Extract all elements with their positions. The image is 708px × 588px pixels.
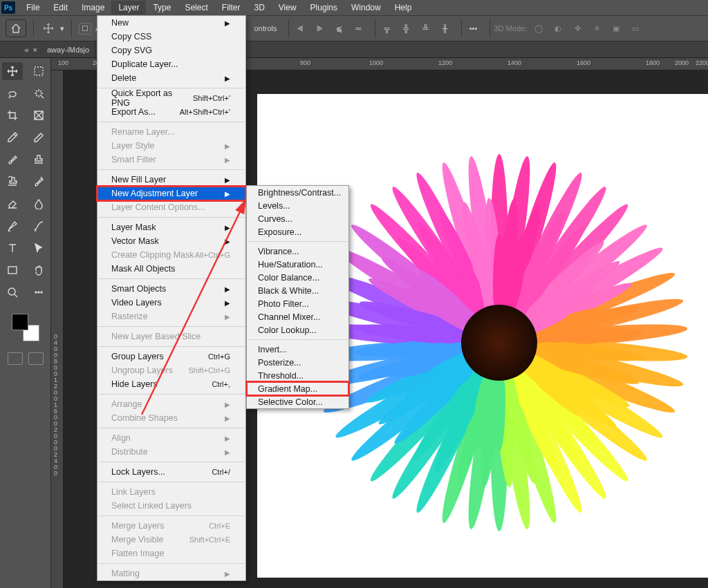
align-right-icon[interactable]: ⫹ [332,21,347,36]
rectangle-tool[interactable] [2,261,23,279]
menu-filter[interactable]: Filter [215,1,248,15]
menu-item-vector-mask[interactable]: Vector Mask▶ [97,234,245,248]
eraser-tool[interactable] [2,195,23,213]
menu-item-delete[interactable]: Delete▶ [97,71,245,85]
menu-item-new-fill-layer[interactable]: New Fill Layer▶ [97,173,245,187]
submenu-item-curves[interactable]: Curves... [247,212,348,225]
ruler-vertical[interactable]: 04008001200160020002400 [51,70,64,588]
submenu-item-black-white[interactable]: Black & White... [247,284,348,297]
brush-tool[interactable] [2,151,23,169]
menu-item-video-layers[interactable]: Video Layers▶ [97,296,245,310]
document-tab[interactable]: away-iMdsjo [41,41,95,57]
zoom3d-icon[interactable]: ▣ [608,21,624,36]
svg-rect-1 [8,267,17,274]
submenu-item-posterize[interactable]: Posterize... [247,356,348,369]
distribute-icon[interactable]: ╫ [438,21,453,36]
menu-item-mask-all-objects[interactable]: Mask All Objects [97,262,245,276]
menu-item-hide-layers[interactable]: Hide LayersCtrl+, [97,377,245,391]
menu-item-copy-css[interactable]: Copy CSS [97,30,245,44]
menu-item-export-as[interactable]: Export As...Alt+Shift+Ctrl+' [97,105,245,119]
pen-tool[interactable] [2,217,23,235]
marquee-tool[interactable] [28,62,49,80]
hand-tool[interactable] [28,261,49,279]
submenu-item-selective-color[interactable]: Selective Color... [247,395,348,408]
submenu-item-brightness-contrast[interactable]: Brightness/Contrast... [247,186,348,199]
text-tool[interactable] [2,239,23,257]
slide-icon[interactable]: ✳ [589,21,604,36]
camera-icon[interactable]: ▭ [628,21,643,36]
menu-image[interactable]: Image [75,1,111,15]
align-spacer-icon[interactable]: ═ [351,21,366,36]
quick-mask-icon[interactable] [8,352,23,365]
lasso-tool[interactable] [2,84,23,102]
menu-view[interactable]: View [272,1,304,15]
menu-select[interactable]: Select [178,1,214,15]
submenu-item-gradient-map[interactable]: Gradient Map... [247,382,348,395]
clone-tool[interactable] [2,173,23,191]
tab-close-icon[interactable]: × [33,46,37,54]
menu-item-group-layers[interactable]: Group LayersCtrl+G [97,350,245,363]
menu-item-flatten-image: Flatten Image [97,547,245,560]
menu-help[interactable]: Help [388,1,419,15]
zoom-tool[interactable] [2,283,23,301]
stamp-tool[interactable] [28,151,49,169]
move-tool-icon[interactable] [41,21,56,36]
menubar: Ps FileEditImageLayerTypeSelectFilter3DV… [0,0,708,15]
ruler-tool[interactable] [28,129,49,146]
submenu-item-exposure[interactable]: Exposure... [247,225,348,238]
menu-item-lock-layers[interactable]: Lock Layers...Ctrl+/ [97,465,245,479]
blur-tool[interactable] [28,195,49,213]
more-tool[interactable] [28,283,49,301]
menu-plugins[interactable]: Plugins [304,1,344,15]
align-left-icon[interactable]: ⫷ [293,21,308,36]
submenu-item-color-balance[interactable]: Color Balance... [247,271,348,284]
roll-icon[interactable]: ◐ [550,21,566,36]
menu-edit[interactable]: Edit [46,1,75,15]
menu-item-duplicate-layer[interactable]: Duplicate Layer... [97,57,245,71]
more-options-icon[interactable]: ••• [466,21,481,36]
align-bottom-icon[interactable]: ╩ [418,21,434,36]
menu-item-layer-content-options: Layer Content Options... [97,200,245,214]
menu-layer[interactable]: Layer [111,1,146,15]
eyedropper-tool[interactable] [2,129,23,146]
home-icon[interactable] [6,19,26,37]
submenu-item-threshold[interactable]: Threshold... [247,369,348,382]
menu-item-arrange: Arrange▶ [97,397,245,411]
submenu-item-photo-filter[interactable]: Photo Filter... [247,297,348,310]
move-tool[interactable] [2,62,23,80]
magic-wand-tool[interactable] [28,84,49,102]
direct-select-tool[interactable] [28,239,49,257]
menu-item-copy-svg[interactable]: Copy SVG [97,44,245,57]
foreground-background-swatch[interactable] [12,314,39,341]
frame-tool[interactable] [28,106,49,124]
align-middle-icon[interactable]: ╬ [399,21,414,36]
menu-item-smart-objects[interactable]: Smart Objects▶ [97,282,245,296]
screen-mode-icon[interactable] [28,352,44,365]
svg-point-3 [35,292,37,293]
pan-icon[interactable]: ✥ [570,21,585,36]
crop-tool[interactable] [2,106,23,124]
menu-item-link-layers: Link Layers [97,485,245,499]
menu-3d[interactable]: 3D [247,1,271,15]
history-tool[interactable] [28,173,49,191]
submenu-item-color-lookup[interactable]: Color Lookup... [247,323,348,336]
submenu-item-vibrance[interactable]: Vibrance... [247,245,348,258]
submenu-item-levels[interactable]: Levels... [247,199,348,212]
menu-item-new[interactable]: New▶ [97,16,245,30]
foreground-color-swatch[interactable] [12,314,28,330]
menu-file[interactable]: File [19,1,46,15]
orbit-icon[interactable]: ◯ [531,21,546,36]
menu-item-quick-export-as-png[interactable]: Quick Export as PNGShift+Ctrl+' [97,91,245,105]
menu-window[interactable]: Window [344,1,388,15]
menu-item-layer-mask[interactable]: Layer Mask▶ [97,220,245,234]
submenu-item-hue-saturation[interactable]: Hue/Saturation... [247,258,348,271]
menu-type[interactable]: Type [146,1,178,15]
submenu-item-channel-mixer[interactable]: Channel Mixer... [247,310,348,323]
align-center-h-icon[interactable]: ⫸ [313,21,328,36]
path-tool[interactable] [28,217,49,235]
menu-item-matting: Matting▶ [97,567,245,580]
align-top-icon[interactable]: ╦ [380,21,395,36]
tabs-collapse-icon[interactable]: « [24,46,28,54]
submenu-item-invert[interactable]: Invert... [247,343,348,356]
menu-item-new-adjustment-layer[interactable]: New Adjustment Layer▶ [97,187,245,200]
